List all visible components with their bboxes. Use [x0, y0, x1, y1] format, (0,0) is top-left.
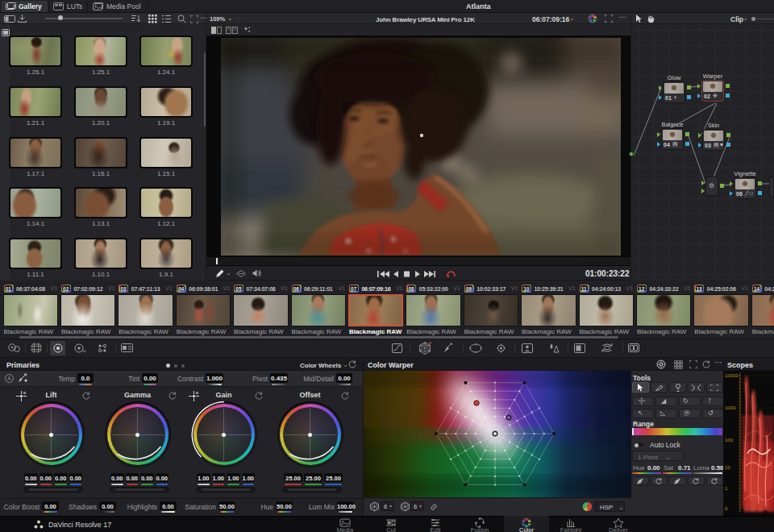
- svg-text:1: 1: [725, 486, 728, 491]
- svg-text:0: 0: [725, 506, 728, 511]
- svg-text:1000: 1000: [725, 405, 736, 410]
- svg-text:100: 100: [725, 438, 734, 443]
- svg-text:A: A: [7, 376, 11, 381]
- svg-text:HDR: HDR: [82, 349, 86, 353]
- svg-text:10000: 10000: [725, 373, 739, 378]
- svg-text:10: 10: [725, 465, 730, 470]
